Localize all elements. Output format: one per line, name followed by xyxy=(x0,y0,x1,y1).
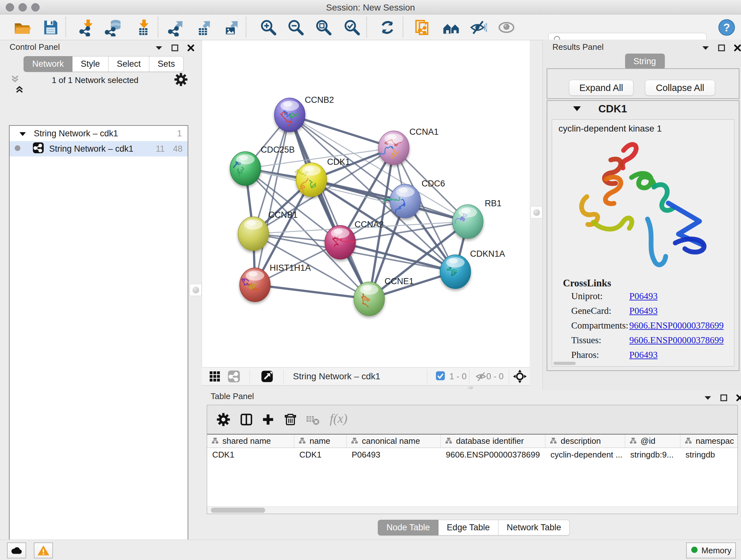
application-window: Session: New Session ? Control Panel Net… xyxy=(0,0,741,560)
export-network-icon[interactable] xyxy=(167,18,185,37)
add-column-icon[interactable] xyxy=(259,410,277,429)
tab-node-table[interactable]: Node Table xyxy=(378,520,439,536)
table-cell[interactable]: cyclin-dependent ... xyxy=(545,450,625,460)
export-image-icon[interactable] xyxy=(222,18,241,37)
network-options-gear-icon[interactable] xyxy=(174,72,188,88)
crosslink-row: Uniprot: P06493 xyxy=(552,291,735,306)
network-node[interactable] xyxy=(238,217,269,251)
right-splitter-handle[interactable] xyxy=(530,206,542,219)
grid-view-icon[interactable] xyxy=(205,367,224,386)
zoom-fit-content-icon[interactable] xyxy=(314,18,333,37)
network-node[interactable] xyxy=(240,268,270,302)
results-panel-float-icon[interactable] xyxy=(718,44,725,53)
crosslink-link[interactable]: P06493 xyxy=(629,306,658,316)
network-overview-icon[interactable] xyxy=(442,18,460,37)
network-node[interactable] xyxy=(354,282,385,316)
network-edge[interactable] xyxy=(255,285,369,299)
table-panel-float-icon[interactable] xyxy=(720,394,728,403)
zoom-in-icon[interactable] xyxy=(259,18,278,37)
save-session-icon[interactable] xyxy=(41,18,60,37)
left-splitter-handle[interactable] xyxy=(190,284,202,296)
tab-style[interactable]: Style xyxy=(72,56,109,72)
column-type-icon xyxy=(550,436,557,446)
column-header-canonical-name[interactable]: canonical name xyxy=(347,435,441,448)
table-cell[interactable]: P06493 xyxy=(347,450,441,460)
column-header-namespac[interactable]: namespac xyxy=(680,435,738,448)
tab-edge-table[interactable]: Edge Table xyxy=(439,520,498,536)
results-panel-menu-icon[interactable] xyxy=(702,45,710,52)
tab-string[interactable]: String xyxy=(625,54,665,69)
column-type-icon xyxy=(351,436,358,446)
horizontal-splitter-handle[interactable] xyxy=(465,385,476,390)
results-panel-close-icon[interactable] xyxy=(734,44,741,53)
crosslink-link[interactable]: P06493 xyxy=(629,350,658,360)
crosslink-link[interactable]: 9606.ENSP00000378699 xyxy=(629,335,724,346)
delete-column-icon[interactable] xyxy=(281,410,300,429)
import-network-file-icon[interactable] xyxy=(77,18,96,37)
tab-network[interactable]: Network xyxy=(23,56,72,72)
control-panel-menu-icon[interactable] xyxy=(155,45,163,52)
node-label: CCNB1 xyxy=(268,210,298,220)
fit-selected-crosshair-icon[interactable] xyxy=(511,367,529,386)
table-cell[interactable]: 9606.ENSP00000378699 xyxy=(441,450,545,460)
gene-collapse-arrow[interactable] xyxy=(573,106,581,113)
table-options-gear-icon[interactable] xyxy=(214,410,232,429)
import-table-file-icon[interactable] xyxy=(133,18,152,37)
network-node[interactable] xyxy=(453,205,483,239)
table-cell[interactable]: CDK1 xyxy=(294,450,347,460)
table-cell[interactable]: CDK1 xyxy=(207,450,294,460)
table-row[interactable]: CDK1CDK1P064939606.ENSP00000378699cyclin… xyxy=(207,448,738,461)
clone-network-icon[interactable] xyxy=(413,18,431,37)
network-node[interactable] xyxy=(230,152,261,186)
crosslink-link[interactable]: P06493 xyxy=(629,291,658,301)
tab-sets[interactable]: Sets xyxy=(149,56,184,72)
table-cell[interactable]: stringdb xyxy=(680,450,738,460)
network-node[interactable] xyxy=(325,226,356,259)
cloud-button[interactable] xyxy=(7,543,26,558)
tab-select[interactable]: Select xyxy=(109,56,149,72)
warnings-button[interactable] xyxy=(34,543,53,558)
network-collection-row[interactable]: String Network – cdk1 1 xyxy=(10,126,188,141)
selected-count: 1 - 0 xyxy=(449,372,467,381)
import-network-database-icon[interactable] xyxy=(105,18,123,37)
open-session-icon[interactable] xyxy=(13,18,31,37)
column-header-description[interactable]: description xyxy=(545,435,625,448)
column-header--id[interactable]: @id xyxy=(625,435,680,448)
table-panel-menu-icon[interactable] xyxy=(704,395,712,401)
control-panel-float-icon[interactable] xyxy=(171,44,179,53)
help-icon[interactable]: ? xyxy=(718,18,736,37)
show-all-icon[interactable] xyxy=(497,18,516,37)
table-horizontal-scrollbar[interactable] xyxy=(207,506,738,514)
results-scrollbar-thumb[interactable] xyxy=(553,362,576,365)
collection-expand-arrow[interactable] xyxy=(19,129,26,138)
show-columns-icon[interactable] xyxy=(237,410,256,429)
network-canvas[interactable]: CCNB2 CCNA1 CDC25B CDK1 CDC6 RB1 CCNB1 xyxy=(202,40,530,367)
expand-all-button[interactable]: Expand All xyxy=(569,80,633,96)
network-edge[interactable] xyxy=(290,115,394,148)
network-node[interactable] xyxy=(440,255,471,289)
open-in-new-window-icon[interactable] xyxy=(258,367,276,386)
control-panel-close-icon[interactable] xyxy=(187,44,195,53)
column-header-shared-name[interactable]: shared name xyxy=(207,435,294,448)
network-node[interactable] xyxy=(379,131,409,165)
table-panel-close-icon[interactable] xyxy=(736,394,741,403)
zoom-out-icon[interactable] xyxy=(286,18,305,37)
column-header-name[interactable]: name xyxy=(294,435,347,448)
tab-network-table[interactable]: Network Table xyxy=(498,520,570,536)
network-node[interactable] xyxy=(274,98,305,132)
table-scrollbar-thumb[interactable] xyxy=(211,508,265,513)
apply-preferred-layout-icon[interactable] xyxy=(378,18,397,37)
crosslink-link[interactable]: 9606.ENSP00000378699 xyxy=(629,320,724,331)
node-label: RB1 xyxy=(485,199,502,208)
zoom-selected-icon[interactable] xyxy=(343,18,361,37)
collapse-all-button[interactable]: Collapse All xyxy=(645,80,715,96)
selected-checkbox[interactable] xyxy=(434,368,446,384)
network-row[interactable]: String Network – cdk1 11 48 xyxy=(10,141,188,157)
column-header-database-identifier[interactable]: database identifier xyxy=(441,435,545,448)
hide-selected-icon[interactable] xyxy=(469,18,487,37)
memory-button[interactable]: Memory xyxy=(686,543,736,558)
network-badge-icon[interactable] xyxy=(225,367,243,386)
table-cell[interactable]: stringdb:9... xyxy=(625,450,680,460)
expand-all-icon[interactable] xyxy=(15,90,24,96)
export-table-icon[interactable] xyxy=(194,18,213,37)
